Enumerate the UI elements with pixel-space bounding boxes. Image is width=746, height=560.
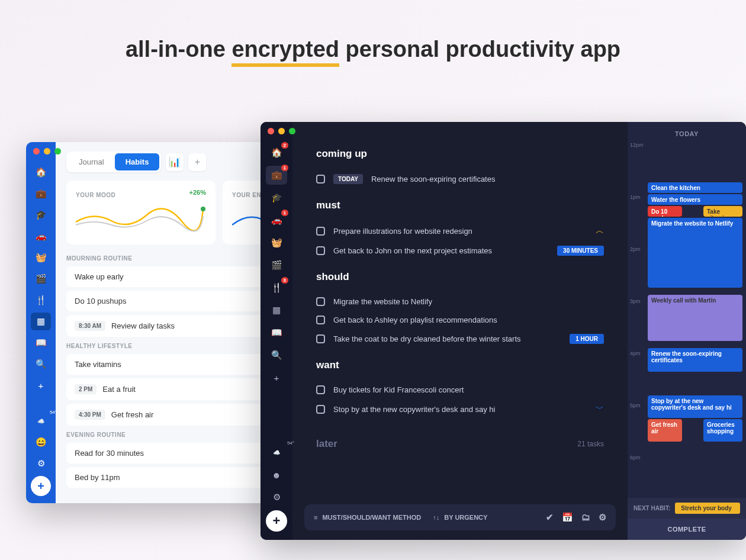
- calendar-title: TODAY: [628, 122, 746, 142]
- checkbox[interactable]: [316, 334, 325, 343]
- car-icon[interactable]: 🚗1: [266, 211, 287, 230]
- habits-tab[interactable]: Habits: [115, 153, 160, 170]
- task-tag: TODAY: [333, 174, 363, 184]
- calendar-event[interactable]: Clean the kitchen: [648, 182, 742, 193]
- graduation-icon[interactable]: 🎓: [266, 188, 287, 207]
- habit-text: Wake up early: [75, 272, 124, 281]
- group-title: coming up: [316, 148, 604, 160]
- task-row[interactable]: TODAYRenew the soon-expiring certificate…: [316, 169, 604, 189]
- task-text: Buy tickets for Kid Francescoli concert: [333, 385, 464, 394]
- car-icon[interactable]: 🚗: [31, 227, 51, 245]
- graduation-icon[interactable]: 🎓: [31, 206, 51, 224]
- hour-label: 2pm: [630, 246, 641, 252]
- calendar-event[interactable]: Water the flowers: [648, 194, 742, 205]
- hour-label: 4pm: [630, 350, 641, 356]
- checkbox[interactable]: [316, 405, 325, 414]
- method-selector[interactable]: ≡MUST/SHOULD/WANT METHOD: [314, 514, 421, 521]
- bottom-toolbar: ≡MUST/SHOULD/WANT METHOD ↑↓BY URGENCY ✔ …: [304, 504, 616, 530]
- mood-card[interactable]: YOUR MOOD+26%: [66, 181, 216, 244]
- mood-sparkline: [76, 204, 206, 234]
- checkbox[interactable]: [316, 316, 325, 324]
- task-text: Get back to Ashley on playlist recommend…: [333, 316, 497, 324]
- hour-label: 1pm: [630, 194, 641, 200]
- movie-icon[interactable]: 🎬: [31, 270, 51, 288]
- basket-icon[interactable]: 🧺: [31, 249, 51, 266]
- home-icon[interactable]: 🏠: [31, 163, 51, 181]
- checkbox[interactable]: [316, 385, 325, 394]
- light-sidebar: 🏠 💼 🎓 🚗 🧺 🎬 🍴 ▦ 📖 🔍 + ☁️54° 😄 ⚙ +: [26, 142, 56, 503]
- task-row[interactable]: Migrate the website to Netlify: [316, 292, 604, 311]
- briefcase-icon[interactable]: 💼1: [266, 166, 287, 185]
- settings-icon[interactable]: ⚙: [266, 488, 287, 507]
- time-badge: 4:30 PM: [75, 410, 105, 420]
- svg-point-0: [201, 207, 205, 211]
- archive-icon[interactable]: 🗂: [581, 512, 590, 523]
- home-icon[interactable]: 🏠2: [266, 143, 287, 162]
- checkbox[interactable]: [316, 227, 325, 236]
- mood-icon[interactable]: ☻: [266, 465, 287, 484]
- plus-icon[interactable]: +: [266, 368, 287, 387]
- weather-icon[interactable]: ☁️54°: [266, 443, 287, 462]
- tasks-window: 🏠2 💼1 🎓 🚗1 🧺 🎬 🍴3 ▦ 📖 🔍 + ☁️54° ☻ ⚙ + co…: [261, 122, 746, 540]
- plus-icon[interactable]: +: [31, 376, 51, 394]
- food-icon[interactable]: 🍴: [31, 291, 51, 309]
- habit-text: Review daily tasks: [111, 321, 175, 330]
- book-icon[interactable]: 📖: [266, 323, 287, 342]
- journal-tab[interactable]: Journal: [68, 153, 115, 170]
- add-button[interactable]: +: [31, 476, 51, 496]
- weather-icon[interactable]: ☁️54°: [31, 412, 51, 430]
- basket-icon[interactable]: 🧺: [266, 233, 287, 252]
- calendar-event[interactable]: Renew the soon-expiring certificates: [648, 348, 742, 372]
- task-row[interactable]: Take the coat to be dry cleaned before t…: [316, 329, 604, 349]
- calendar-icon[interactable]: 📅: [562, 512, 573, 523]
- calendar-event[interactable]: Stop by at the new copywriter's desk and…: [648, 395, 742, 418]
- chart-icon[interactable]: 📊: [166, 153, 184, 171]
- window-controls[interactable]: [33, 148, 61, 155]
- calendar-event[interactable]: Get fresh air: [648, 419, 682, 442]
- task-row[interactable]: Buy tickets for Kid Francescoli concert: [316, 381, 604, 399]
- chevron-down-icon[interactable]: ﹀: [596, 404, 604, 414]
- checkbox[interactable]: [316, 246, 325, 255]
- task-text: Prepare illustrations for website redesi…: [333, 227, 472, 236]
- check-icon[interactable]: ✔: [546, 512, 554, 523]
- window-controls[interactable]: [268, 128, 295, 134]
- calendar-event[interactable]: Migrate the website to Netlify: [648, 218, 742, 288]
- settings-icon[interactable]: ⚙: [31, 455, 51, 472]
- movie-icon[interactable]: 🎬: [266, 256, 287, 275]
- grid-icon[interactable]: ▦: [31, 313, 51, 330]
- add-button[interactable]: +: [266, 510, 287, 532]
- task-text: Migrate the website to Netlify: [333, 297, 432, 306]
- task-row[interactable]: Prepare illustrations for website redesi…: [316, 221, 604, 241]
- gear-icon[interactable]: ⚙: [599, 512, 606, 523]
- grid-icon[interactable]: ▦: [266, 301, 287, 320]
- checkbox[interactable]: [316, 175, 325, 184]
- sort-selector[interactable]: ↑↓BY URGENCY: [433, 514, 487, 521]
- task-text: Renew the soon-expiring certificates: [371, 175, 496, 184]
- task-row[interactable]: Get back to John on the next project est…: [316, 241, 604, 260]
- habit-text: Take vitamins: [75, 360, 121, 369]
- complete-button[interactable]: COMPLETE: [628, 519, 746, 540]
- task-row[interactable]: Get back to Ashley on playlist recommend…: [316, 311, 604, 329]
- search-icon[interactable]: 🔍: [266, 346, 287, 365]
- food-icon[interactable]: 🍴3: [266, 278, 287, 297]
- habit-text: Do 10 pushups: [75, 297, 126, 305]
- next-habit[interactable]: NEXT HABIT: Stretch your body: [628, 498, 746, 519]
- search-icon[interactable]: 🔍: [31, 355, 51, 373]
- calendar-event[interactable]: Do 10 pushups: [648, 206, 682, 217]
- task-row[interactable]: Stop by at the new copywriter's desk and…: [316, 399, 604, 419]
- hour-label: 12pm: [630, 142, 644, 148]
- later-count: 21 tasks: [577, 440, 604, 448]
- calendar-event[interactable]: Weekly call with Martin: [648, 295, 742, 341]
- briefcase-icon[interactable]: 💼: [31, 185, 51, 202]
- calendar-event[interactable]: Groceries shopping: [703, 419, 742, 442]
- checkbox[interactable]: [316, 297, 325, 306]
- chevron-up-icon[interactable]: ︿: [596, 226, 604, 236]
- sort-icon: ↑↓: [433, 514, 439, 521]
- book-icon[interactable]: 📖: [31, 334, 51, 352]
- habit-text: Read for 30 minutes: [75, 449, 144, 458]
- add-view-icon[interactable]: +: [188, 153, 206, 171]
- time-badge: 2 PM: [75, 384, 97, 394]
- hour-label: 6pm: [630, 455, 641, 461]
- mood-icon[interactable]: 😄: [31, 433, 51, 451]
- calendar-event[interactable]: Take vitamins: [703, 206, 742, 217]
